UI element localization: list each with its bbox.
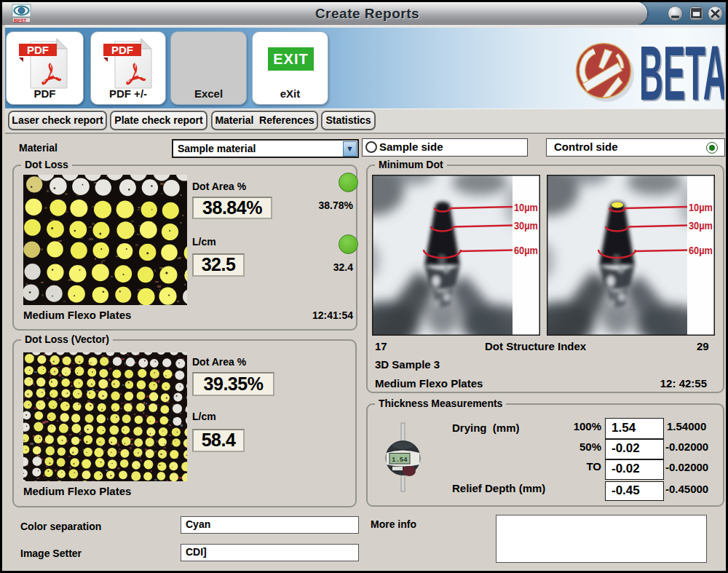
svg-text:PDF: PDF xyxy=(27,44,49,56)
svg-text:BETA: BETA xyxy=(639,39,724,103)
svg-text:30µm: 30µm xyxy=(689,219,713,232)
svg-text:BEST: BEST xyxy=(14,18,26,23)
svg-text:10µm: 10µm xyxy=(689,201,713,213)
svg-text:10µm: 10µm xyxy=(514,201,538,213)
svg-text:60µm: 60µm xyxy=(514,244,538,256)
svg-text:30µm: 30µm xyxy=(514,219,538,232)
svg-text:PDF: PDF xyxy=(111,44,133,56)
svg-text:1.54: 1.54 xyxy=(392,457,408,464)
svg-text:60µm: 60µm xyxy=(689,244,713,256)
